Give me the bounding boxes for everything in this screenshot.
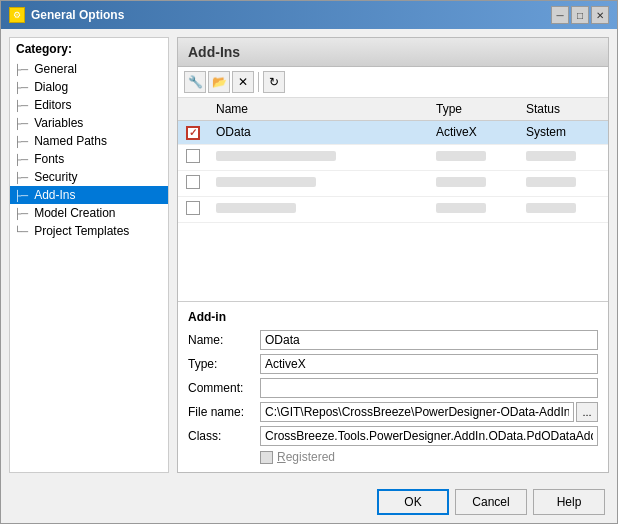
type-input[interactable] bbox=[260, 354, 598, 374]
table-header-row: Name Type Status bbox=[178, 98, 608, 121]
sidebar-item-project-templates[interactable]: Project Templates bbox=[10, 222, 168, 240]
addin-name-cell: OData bbox=[208, 121, 428, 145]
class-row: Class: bbox=[188, 426, 598, 446]
ok-button[interactable]: OK bbox=[377, 489, 449, 515]
registered-checkbox[interactable] bbox=[260, 451, 273, 464]
filename-input-row: ... bbox=[260, 402, 598, 422]
col-type: Type bbox=[428, 98, 518, 121]
general-options-window: ⚙ General Options ─ □ ✕ Category: Genera… bbox=[0, 0, 618, 524]
add-addin-button[interactable]: 🔧 bbox=[184, 71, 206, 93]
dialog-footer: OK Cancel Help bbox=[1, 481, 617, 523]
filename-label: File name: bbox=[188, 405, 260, 419]
table-row[interactable] bbox=[178, 170, 608, 196]
row-checkbox-cell[interactable] bbox=[178, 144, 208, 170]
sidebar-item-model-creation[interactable]: Model Creation bbox=[10, 204, 168, 222]
col-status: Status bbox=[518, 98, 608, 121]
type-label: Type: bbox=[188, 357, 260, 371]
close-button[interactable]: ✕ bbox=[591, 6, 609, 24]
addin-name-cell bbox=[208, 170, 428, 196]
row-checkbox-cell[interactable] bbox=[178, 196, 208, 222]
category-sidebar: Category: General Dialog Editors Variabl… bbox=[9, 37, 169, 473]
name-row: Name: bbox=[188, 330, 598, 350]
panel-title: Add-Ins bbox=[177, 37, 609, 67]
addin-status-cell bbox=[518, 170, 608, 196]
addin-name-cell bbox=[208, 144, 428, 170]
row-checkbox-cell[interactable] bbox=[178, 170, 208, 196]
open-addin-button[interactable]: 📂 bbox=[208, 71, 230, 93]
title-buttons: ─ □ ✕ bbox=[551, 6, 609, 24]
table-row[interactable]: OData ActiveX System bbox=[178, 121, 608, 145]
cancel-button[interactable]: Cancel bbox=[455, 489, 527, 515]
sidebar-item-named-paths[interactable]: Named Paths bbox=[10, 132, 168, 150]
addin-status-cell: System bbox=[518, 121, 608, 145]
registered-label: Registered bbox=[277, 450, 335, 464]
panel-body: 🔧 📂 ✕ ↻ Name Type Status bbox=[177, 67, 609, 473]
addin-type-cell bbox=[428, 170, 518, 196]
name-label: Name: bbox=[188, 333, 260, 347]
title-bar-left: ⚙ General Options bbox=[9, 7, 124, 23]
browse-button[interactable]: ... bbox=[576, 402, 598, 422]
addins-table: Name Type Status OData Acti bbox=[178, 98, 608, 223]
details-title: Add-in bbox=[188, 310, 598, 324]
main-content: Category: General Dialog Editors Variabl… bbox=[1, 29, 617, 481]
sidebar-item-variables[interactable]: Variables bbox=[10, 114, 168, 132]
name-input[interactable] bbox=[260, 330, 598, 350]
table-row[interactable] bbox=[178, 196, 608, 222]
comment-input[interactable] bbox=[260, 378, 598, 398]
comment-label: Comment: bbox=[188, 381, 260, 395]
addin-checkbox[interactable] bbox=[186, 126, 200, 140]
col-checkbox bbox=[178, 98, 208, 121]
addin-type-cell bbox=[428, 144, 518, 170]
sidebar-item-editors[interactable]: Editors bbox=[10, 96, 168, 114]
row-checkbox-cell[interactable] bbox=[178, 121, 208, 145]
class-label: Class: bbox=[188, 429, 260, 443]
table-row[interactable] bbox=[178, 144, 608, 170]
addin-type-cell bbox=[428, 196, 518, 222]
class-input[interactable] bbox=[260, 426, 598, 446]
addins-table-section: Name Type Status OData Acti bbox=[178, 98, 608, 301]
addin-status-cell bbox=[518, 144, 608, 170]
col-name: Name bbox=[208, 98, 428, 121]
window-title: General Options bbox=[31, 8, 124, 22]
addin-details-section: Add-in Name: Type: Comment: File nam bbox=[178, 301, 608, 472]
sidebar-item-dialog[interactable]: Dialog bbox=[10, 78, 168, 96]
addin-checkbox[interactable] bbox=[186, 201, 200, 215]
addin-status-cell bbox=[518, 196, 608, 222]
type-row: Type: bbox=[188, 354, 598, 374]
registered-row: Registered bbox=[188, 450, 598, 464]
comment-row: Comment: bbox=[188, 378, 598, 398]
sidebar-header: Category: bbox=[10, 38, 168, 60]
delete-addin-button[interactable]: ✕ bbox=[232, 71, 254, 93]
help-button[interactable]: Help bbox=[533, 489, 605, 515]
title-bar: ⚙ General Options ─ □ ✕ bbox=[1, 1, 617, 29]
minimize-button[interactable]: ─ bbox=[551, 6, 569, 24]
sidebar-item-general[interactable]: General bbox=[10, 60, 168, 78]
addin-checkbox[interactable] bbox=[186, 149, 200, 163]
refresh-button[interactable]: ↻ bbox=[263, 71, 285, 93]
maximize-button[interactable]: □ bbox=[571, 6, 589, 24]
filename-row: File name: ... bbox=[188, 402, 598, 422]
addin-type-cell: ActiveX bbox=[428, 121, 518, 145]
filename-input[interactable] bbox=[260, 402, 574, 422]
add-ins-toolbar: 🔧 📂 ✕ ↻ bbox=[178, 67, 608, 98]
toolbar-separator bbox=[258, 72, 259, 92]
main-panel: Add-Ins 🔧 📂 ✕ ↻ Name bbox=[177, 37, 609, 473]
window-icon: ⚙ bbox=[9, 7, 25, 23]
addin-name-cell bbox=[208, 196, 428, 222]
sidebar-item-security[interactable]: Security bbox=[10, 168, 168, 186]
addin-checkbox[interactable] bbox=[186, 175, 200, 189]
sidebar-item-fonts[interactable]: Fonts bbox=[10, 150, 168, 168]
sidebar-item-add-ins[interactable]: Add-Ins bbox=[10, 186, 168, 204]
